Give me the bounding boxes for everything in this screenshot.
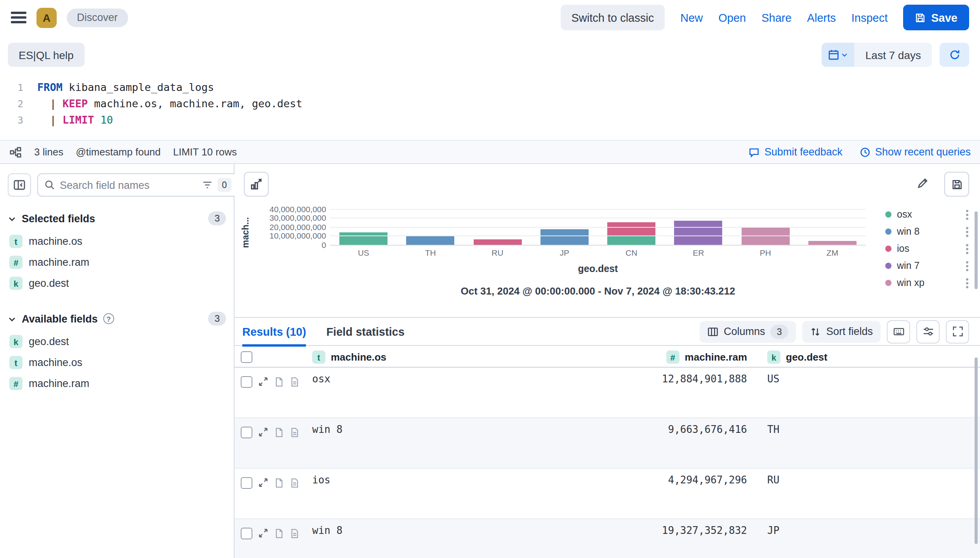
doc-viewer-icon[interactable] [274, 478, 284, 488]
cell-machine-os: osx [312, 368, 606, 417]
sort-fields-button[interactable]: Sort fields [802, 321, 881, 342]
legend-item-win-xp[interactable]: win xp [885, 274, 971, 291]
esql-logo-icon [9, 146, 22, 158]
date-picker: Last 7 days [822, 43, 932, 67]
cell-machine-os: ios [312, 469, 606, 518]
switch-to-classic-button[interactable]: Switch to classic [560, 5, 665, 30]
table-row: osx12,884,901,888US [235, 368, 980, 418]
expand-row-icon[interactable] [258, 427, 269, 438]
panel-collapse-icon [13, 179, 26, 191]
section-header-selected-fields[interactable]: Selected fields3 [8, 211, 226, 226]
expand-row-icon[interactable] [258, 528, 269, 539]
legend-item-osx[interactable]: osx [885, 206, 971, 223]
edit-visualization-button[interactable] [916, 177, 929, 190]
row-checkbox[interactable] [241, 527, 252, 539]
cell-machine-os: win 8 [312, 418, 606, 468]
refresh-button[interactable] [940, 43, 969, 67]
chevron-down-icon [8, 214, 16, 223]
time-range-value[interactable]: Last 7 days [855, 43, 932, 67]
legend-item-win-8[interactable]: win 8 [885, 223, 971, 240]
column-header-geo-dest[interactable]: k geo.dest [767, 350, 980, 364]
columns-button[interactable]: Columns 3 [700, 321, 796, 342]
date-picker-calendar-button[interactable] [822, 43, 855, 67]
status-items: 3 lines@timestamp foundLIMIT 10 rows [34, 146, 237, 158]
legend-item-actions-icon[interactable] [966, 230, 968, 233]
nav-link-new[interactable]: New [680, 11, 703, 24]
x-tick-label: US [330, 248, 397, 257]
field-item-geo-dest[interactable]: kgeo.dest [8, 331, 226, 352]
collapse-sidebar-button[interactable] [8, 173, 31, 197]
column-header-machine-os[interactable]: t machine.os [312, 350, 606, 364]
tab-field-statistics[interactable]: Field statistics [326, 317, 404, 345]
doc-viewer-icon[interactable] [274, 528, 284, 538]
scrollbar-thumb[interactable] [975, 211, 978, 289]
row-checkbox[interactable] [241, 477, 252, 488]
bar-segment-osx [607, 236, 655, 246]
field-item-machine-ram[interactable]: #machine.ram [8, 252, 226, 273]
field-item-geo-dest[interactable]: kgeo.dest [8, 273, 226, 294]
code-text: | LIMIT 10 [37, 112, 113, 128]
select-all-checkbox[interactable] [241, 351, 252, 363]
doc-details-icon[interactable] [290, 528, 300, 538]
keyboard-shortcuts-button[interactable] [887, 320, 910, 343]
esql-help-button[interactable]: ES|QL help [8, 43, 85, 67]
field-search-input[interactable] [60, 179, 197, 191]
column-header-machine-ram[interactable]: # machine.ram [606, 350, 747, 364]
keyword-type-icon: k [767, 350, 780, 364]
expand-row-icon[interactable] [258, 376, 269, 387]
x-tick-label: ZM [799, 248, 866, 257]
cell-geo-dest: US [767, 368, 980, 417]
chart-type-button[interactable] [244, 172, 269, 197]
cell-machine-ram: 9,663,676,416 [606, 418, 747, 468]
feedback-icon [749, 146, 760, 157]
field-item-machine-os[interactable]: tmachine.os [8, 352, 226, 373]
help-icon[interactable]: ? [103, 313, 114, 324]
results-panel: Results (10) Field statistics Columns 3 … [235, 317, 980, 558]
show-recent-queries-link[interactable]: Show recent queries [860, 146, 971, 158]
section-header-available-fields[interactable]: Available fields?3 [8, 311, 226, 326]
tab-results[interactable]: Results (10) [242, 317, 306, 345]
submit-feedback-link[interactable]: Submit feedback [749, 146, 843, 158]
doc-details-icon[interactable] [290, 427, 300, 437]
x-tick-label: CN [598, 248, 665, 257]
legend-label: win 8 [897, 226, 961, 237]
x-tick-label: JP [531, 248, 598, 257]
nav-link-open[interactable]: Open [718, 11, 746, 24]
legend-item-actions-icon[interactable] [966, 248, 968, 250]
cell-geo-dest: JP [767, 519, 980, 558]
nav-link-share[interactable]: Share [761, 11, 791, 24]
bar-group-th [397, 199, 464, 246]
x-tick-label: ER [665, 248, 732, 257]
cell-machine-ram: 4,294,967,296 [606, 469, 747, 518]
space-avatar[interactable]: A [36, 7, 57, 28]
legend-item-win-7[interactable]: win 7 [885, 257, 971, 274]
fullscreen-icon [952, 326, 963, 337]
field-list-sidebar: 0 Selected fields3tmachine.os#machine.ra… [0, 164, 235, 558]
legend-item-actions-icon[interactable] [966, 265, 968, 267]
legend-item-actions-icon[interactable] [966, 213, 968, 216]
breadcrumb[interactable]: Discover [67, 8, 128, 27]
field-item-machine-os[interactable]: tmachine.os [8, 231, 226, 252]
doc-viewer-icon[interactable] [274, 427, 284, 437]
nav-link-inspect[interactable]: Inspect [851, 11, 888, 24]
doc-viewer-icon[interactable] [274, 377, 284, 387]
gridline [330, 209, 866, 209]
field-item-machine-ram[interactable]: #machine.ram [8, 373, 226, 394]
row-checkbox[interactable] [241, 376, 252, 387]
filter-by-type-icon[interactable] [202, 180, 213, 190]
expand-row-icon[interactable] [258, 477, 269, 488]
legend-item-actions-icon[interactable] [966, 282, 968, 284]
doc-details-icon[interactable] [290, 377, 300, 387]
nav-link-alerts[interactable]: Alerts [807, 11, 836, 24]
scrollbar-thumb[interactable] [975, 357, 978, 544]
code-text: FROM kibana_sample_data_logs [37, 79, 214, 96]
fullscreen-button[interactable] [946, 320, 969, 343]
display-options-button[interactable] [916, 320, 940, 343]
doc-details-icon[interactable] [290, 478, 300, 488]
legend-item-ios[interactable]: ios [885, 240, 971, 257]
esql-editor[interactable]: 1FROM kibana_sample_data_logs2 | KEEP ma… [0, 70, 980, 140]
save-visualization-button[interactable] [944, 172, 969, 197]
menu-icon[interactable] [11, 9, 26, 26]
row-checkbox[interactable] [241, 426, 252, 438]
save-button[interactable]: Save [903, 5, 969, 30]
